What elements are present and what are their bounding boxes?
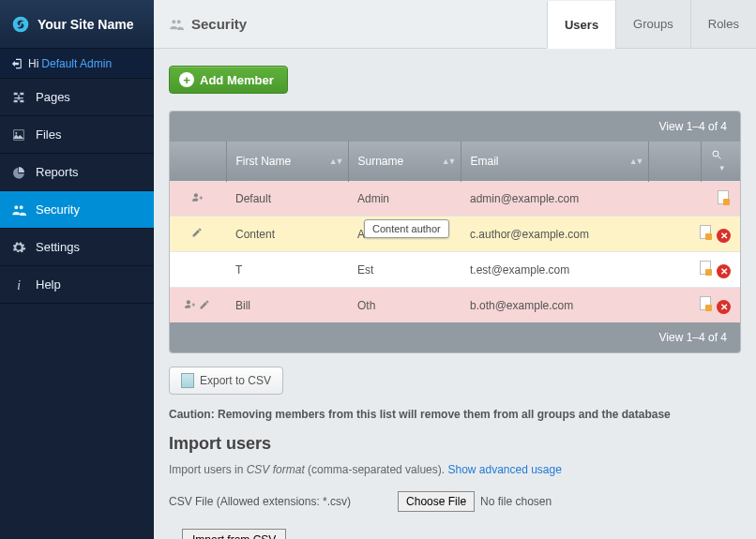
show-advanced-usage-link[interactable]: Show advanced usage: [447, 463, 561, 476]
csv-file-label: CSV File (Allowed extensions: *.csv): [169, 495, 351, 508]
sort-icon: ▲▼: [442, 157, 455, 166]
image-icon: [11, 127, 26, 142]
sidebar-item-label: Security: [36, 202, 80, 217]
cell-email: b.oth@example.com: [461, 288, 648, 323]
pencil-icon: [191, 227, 204, 238]
svg-line-2: [718, 157, 720, 159]
sidebar-item-help[interactable]: i Help: [0, 266, 154, 304]
row-status-icons: [170, 252, 226, 288]
import-users-heading: Import users: [169, 434, 741, 454]
import-users-description: Import users in CSV format (comma-separa…: [169, 463, 741, 476]
sitemap-icon: [11, 90, 26, 105]
cell-first-name: Bill: [226, 288, 348, 323]
tab-roles[interactable]: Roles: [690, 0, 756, 48]
tab-groups[interactable]: Groups: [615, 0, 690, 48]
cell-first-name: T: [226, 252, 348, 288]
sort-icon: ▲▼: [329, 157, 342, 166]
add-member-button[interactable]: + Add Member: [169, 66, 288, 94]
pencil-icon: [199, 299, 212, 310]
grid-summary-bottom: View 1–4 of 4: [170, 322, 740, 352]
delete-button[interactable]: ✕: [717, 264, 731, 278]
user-add-icon: [191, 191, 204, 203]
col-header-surname[interactable]: Surname▲▼: [348, 142, 461, 182]
sidebar-item-files[interactable]: Files: [0, 116, 154, 154]
no-file-chosen-text: No file chosen: [480, 495, 552, 508]
cell-first-name: Default: [226, 182, 348, 217]
logout-icon[interactable]: [9, 57, 23, 70]
tab-users[interactable]: Users: [547, 1, 615, 49]
info-icon: i: [11, 277, 26, 292]
tab-bar: Users Groups Roles: [547, 0, 756, 48]
table-row[interactable]: DefaultAdminadmin@example.com: [170, 182, 740, 217]
csv-file-row: CSV File (Allowed extensions: *.csv) Cho…: [169, 491, 741, 512]
greeting-prefix: Hi: [28, 57, 38, 70]
export-csv-button[interactable]: Export to CSV: [169, 367, 283, 395]
sidebar-item-label: Help: [36, 277, 61, 292]
row-status-icons: [170, 288, 226, 323]
greeting-bar: Hi Default Admin: [0, 49, 154, 79]
greeting-user-link[interactable]: Default Admin: [41, 57, 112, 70]
plus-circle-icon: +: [179, 72, 194, 87]
cell-email: t.est@example.com: [461, 252, 648, 288]
col-header-blank: [170, 142, 226, 182]
document-icon: [181, 373, 194, 388]
gear-icon: [11, 240, 26, 255]
sidebar-item-label: Reports: [36, 165, 79, 179]
sidebar-item-security[interactable]: Security: [0, 191, 154, 229]
table-row[interactable]: BillOthb.oth@example.com✕: [170, 288, 740, 323]
main-panel: Security Users Groups Roles + Add Member…: [154, 0, 756, 539]
col-header-email[interactable]: Email▲▼: [461, 142, 648, 182]
sidebar-item-label: Settings: [36, 240, 80, 254]
table-row[interactable]: TEstt.est@example.com✕: [170, 252, 740, 288]
content-area: + Add Member View 1–4 of 4 First Name▲▼ …: [154, 49, 756, 539]
page-title: Security: [191, 16, 247, 32]
import-from-csv-button[interactable]: Import from CSV: [182, 529, 286, 539]
col-header-first-name[interactable]: First Name▲▼: [226, 142, 348, 182]
tooltip: Content author: [364, 219, 449, 238]
sidebar-item-reports[interactable]: Reports: [0, 154, 154, 191]
row-actions: ✕: [648, 288, 740, 323]
edit-page-icon[interactable]: [718, 190, 729, 204]
svg-point-1: [713, 151, 718, 157]
brand-bar: Your Site Name: [0, 0, 154, 49]
grid-summary-top: View 1–4 of 4: [170, 112, 740, 142]
cell-email: c.author@example.com: [461, 217, 648, 252]
sidebar-item-label: Pages: [36, 90, 70, 104]
row-actions: ✕: [648, 252, 740, 288]
table-row[interactable]: ContentAuthorc.author@example.com✕: [170, 217, 740, 252]
svg-point-0: [15, 132, 17, 134]
cell-surname: Oth: [348, 288, 461, 323]
nav-list: Pages Files Reports Security Settings i …: [0, 79, 154, 304]
choose-file-button[interactable]: Choose File: [398, 491, 475, 512]
row-status-icons: [170, 182, 226, 217]
site-name: Your Site Name: [38, 17, 133, 32]
user-add-icon: [184, 298, 197, 310]
delete-button[interactable]: ✕: [717, 229, 731, 243]
edit-page-icon[interactable]: [700, 296, 711, 310]
row-actions: [648, 182, 740, 217]
members-table: First Name▲▼ Surname▲▼ Email▲▼ ▼ Default…: [170, 142, 740, 322]
chevron-down-icon: ▼: [718, 164, 726, 172]
table-header-row: First Name▲▼ Surname▲▼ Email▲▼ ▼: [170, 142, 740, 182]
brand-logo-icon: [11, 15, 30, 34]
topbar: Security Users Groups Roles: [154, 0, 756, 49]
cell-email: admin@example.com: [461, 182, 648, 217]
edit-page-icon[interactable]: [700, 261, 711, 275]
file-picker: Choose File No file chosen: [398, 491, 552, 512]
add-member-label: Add Member: [200, 73, 274, 87]
delete-button[interactable]: ✕: [717, 300, 731, 314]
members-grid: View 1–4 of 4 First Name▲▼ Surname▲▼ Ema…: [169, 111, 741, 353]
row-status-icons: [170, 217, 226, 252]
col-header-search[interactable]: ▼: [701, 142, 740, 182]
group-icon: [169, 17, 184, 32]
sidebar-item-settings[interactable]: Settings: [0, 229, 154, 266]
group-icon: [11, 202, 26, 217]
sidebar-item-pages[interactable]: Pages: [0, 79, 154, 116]
sort-icon: ▲▼: [629, 157, 643, 166]
edit-page-icon[interactable]: [700, 225, 711, 239]
cell-surname: Est: [348, 252, 461, 288]
sidebar-item-label: Files: [36, 127, 61, 142]
row-actions: ✕: [648, 217, 740, 252]
caution-text: Caution: Removing members from this list…: [169, 408, 741, 421]
cell-surname: Admin: [348, 182, 461, 217]
